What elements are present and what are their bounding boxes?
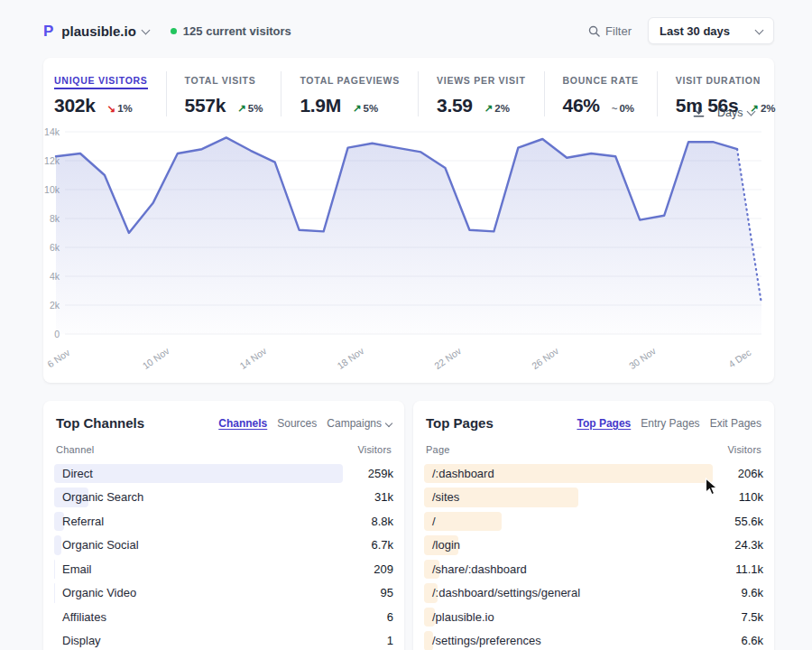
row-value: 7.5k — [741, 610, 763, 624]
row-label[interactable]: Organic Search — [62, 490, 143, 504]
svg-text:30 Nov: 30 Nov — [627, 345, 659, 371]
date-range-select[interactable]: Last 30 days — [648, 17, 774, 44]
tab-sources[interactable]: Sources — [277, 417, 317, 430]
mouse-cursor — [705, 478, 718, 497]
channels-tab-group: ChannelsSourcesCampaigns — [218, 417, 392, 430]
filter-label: Filter — [605, 24, 632, 38]
up-arrow-icon: ↗ — [353, 103, 362, 114]
row-value: 6.6k — [741, 634, 763, 647]
tab-campaigns[interactable]: Campaigns — [327, 417, 392, 430]
stat-unique-visitors[interactable]: UNIQUE VISITORS302k↘1% — [43, 71, 166, 116]
tab-entry-pages[interactable]: Entry Pages — [641, 417, 699, 430]
row-label[interactable]: /sites — [432, 490, 459, 504]
column-headers: Channel Visitors — [54, 444, 393, 455]
stat-delta: ~0% — [612, 103, 634, 114]
pages-tab-group: Top PagesEntry PagesExit Pages — [577, 417, 761, 430]
chart-toolbar: Days — [692, 106, 754, 119]
svg-text:10 Nov: 10 Nov — [140, 345, 171, 371]
stat-delta: ↗5% — [237, 102, 263, 115]
visitors-bar — [54, 464, 343, 484]
channel-row-organic-social[interactable]: Organic Social6.7k — [54, 534, 393, 558]
stat-total-visits[interactable]: TOTAL VISITS557k↗5% — [166, 71, 281, 116]
svg-text:14 Nov: 14 Nov — [237, 345, 269, 371]
row-value: 31k — [374, 490, 393, 504]
row-label[interactable]: Organic Social — [62, 538, 139, 552]
row-label[interactable]: Direct — [62, 467, 93, 480]
column-header-value: Visitors — [357, 444, 392, 455]
visitors-bar — [54, 535, 61, 555]
row-value: 9.6k — [741, 586, 763, 599]
svg-text:6 Nov: 6 Nov — [45, 347, 72, 370]
search-icon — [588, 25, 600, 37]
stat-bounce-rate[interactable]: BOUNCE RATE46%~0% — [544, 71, 657, 116]
row-label[interactable]: /plausible.io — [432, 610, 494, 624]
x-axis-labels: 6 Nov10 Nov14 Nov18 Nov22 Nov26 Nov30 No… — [45, 345, 752, 371]
svg-text:14k: 14k — [44, 126, 60, 137]
stat-value: 3.59 — [437, 95, 473, 116]
row-label[interactable]: Organic Video — [62, 586, 136, 599]
current-visitors[interactable]: 125 current visitors — [171, 24, 291, 38]
channel-row-organic-video[interactable]: Organic Video95 — [54, 581, 393, 606]
bar-track — [424, 512, 713, 532]
row-label[interactable]: /login — [432, 538, 460, 552]
page-row-dashboard-settings-general[interactable]: /:dashboard/settings/general9.6k — [424, 581, 763, 606]
row-value: 206k — [738, 467, 763, 480]
row-label[interactable]: /:dashboard — [432, 467, 494, 480]
chevron-down-icon — [747, 107, 756, 116]
row-value: 110k — [739, 490, 763, 504]
live-indicator-dot — [171, 28, 177, 34]
panel-title: Top Channels — [56, 415, 144, 431]
top-channels-panel: Top Channels ChannelsSourcesCampaigns Ch… — [43, 401, 404, 650]
interval-select[interactable]: Days — [717, 107, 754, 119]
filter-button[interactable]: Filter — [588, 24, 632, 38]
row-value: 24.3k — [734, 538, 763, 552]
stat-label: BOUNCE RATE — [563, 75, 639, 86]
chevron-down-icon — [385, 419, 392, 426]
svg-text:4 Dec: 4 Dec — [726, 347, 752, 370]
row-label[interactable]: Affiliates — [62, 610, 106, 624]
visitors-chart[interactable]: 02k4k6k8k10k12k14k6 Nov10 Nov14 Nov18 No… — [43, 123, 774, 379]
page-row-login[interactable]: /login24.3k — [424, 534, 763, 558]
tab-exit-pages[interactable]: Exit Pages — [710, 417, 761, 430]
channel-row-organic-search[interactable]: Organic Search31k — [54, 486, 393, 510]
stat-label: VIEWS PER VISIT — [437, 75, 526, 86]
current-visitors-label: 125 current visitors — [183, 24, 291, 38]
channel-row-affiliates[interactable]: Affiliates6 — [54, 605, 393, 629]
stat-value: 1.9M — [300, 95, 341, 116]
stat-delta: ↗5% — [353, 102, 378, 115]
download-icon[interactable] — [692, 106, 706, 119]
row-label[interactable]: Email — [62, 562, 92, 576]
channel-row-referral[interactable]: Referral8.8k — [54, 509, 393, 534]
row-label[interactable]: Display — [62, 634, 101, 647]
chevron-down-icon[interactable] — [141, 25, 150, 34]
page-row-[interactable]: /55.6k — [424, 509, 763, 534]
row-value: 6.7k — [371, 538, 393, 552]
row-label[interactable]: /share/:dashboard — [432, 562, 527, 576]
channel-row-email[interactable]: Email209 — [54, 557, 393, 581]
stat-total-pageviews[interactable]: TOTAL PAGEVIEWS1.9M↗5% — [281, 71, 418, 116]
tab-channels[interactable]: Channels — [218, 417, 267, 430]
row-label[interactable]: / — [432, 515, 436, 528]
site-name[interactable]: plausible.io — [61, 23, 136, 39]
row-label[interactable]: Referral — [62, 515, 104, 528]
visitors-overview-card: UNIQUE VISITORS302k↘1%TOTAL VISITS557k↗5… — [43, 58, 774, 383]
row-value: 1 — [387, 634, 393, 647]
stat-delta: ↗2% — [484, 102, 510, 115]
page-row-plausible-io[interactable]: /plausible.io7.5k — [424, 605, 763, 629]
chevron-down-icon — [755, 25, 764, 34]
row-value: 55.6k — [734, 515, 763, 528]
stat-label: VISIT DURATION — [676, 75, 761, 86]
page-row-share-dashboard[interactable]: /share/:dashboard11.1k — [424, 557, 763, 581]
channels-list: Direct259kOrganic Search31kReferral8.8kO… — [54, 461, 393, 650]
page-row-settings-preferences[interactable]: /settings/preferences6.6k — [424, 629, 763, 650]
channel-row-direct[interactable]: Direct259k — [54, 461, 393, 486]
tab-top-pages[interactable]: Top Pages — [577, 417, 631, 430]
row-label[interactable]: /settings/preferences — [432, 634, 541, 647]
stat-value: 302k — [54, 95, 96, 116]
down-arrow-icon: ↘ — [107, 103, 116, 114]
channel-row-display[interactable]: Display1 — [54, 629, 393, 650]
row-label[interactable]: /:dashboard/settings/general — [432, 586, 580, 599]
breakdown-panels: Top Channels ChannelsSourcesCampaigns Ch… — [43, 401, 774, 650]
row-value: 209 — [374, 562, 393, 576]
stat-views-per-visit[interactable]: VIEWS PER VISIT3.59↗2% — [418, 71, 544, 116]
